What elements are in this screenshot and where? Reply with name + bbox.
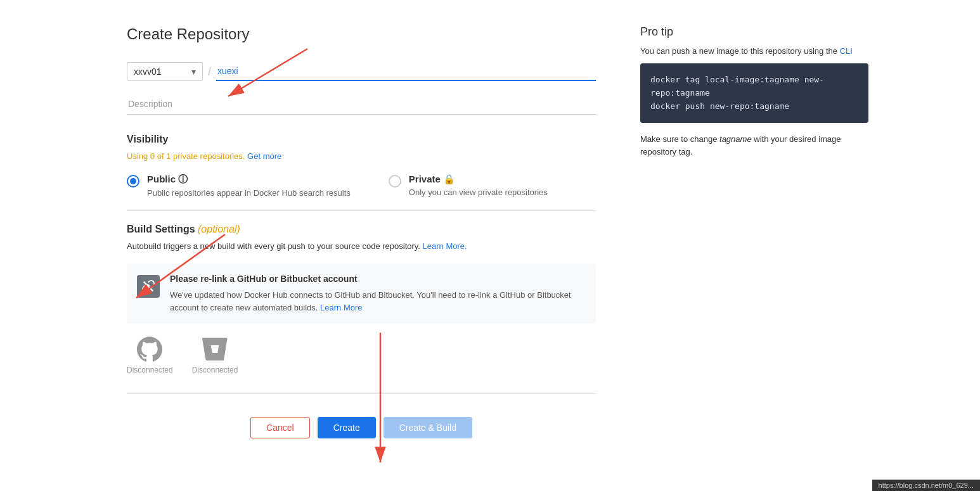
code-block: docker tag local-image:tagname new-repo:… — [640, 63, 868, 123]
bottom-divider — [127, 393, 596, 394]
namespace-value: xxvv01 — [134, 67, 162, 77]
page-title: Create Repository — [127, 25, 596, 43]
relink-title: Please re-link a GitHub or Bitbucket acc… — [170, 274, 586, 284]
cli-link[interactable]: CLI — [840, 46, 853, 56]
github-service[interactable]: Disconnected — [127, 336, 173, 374]
get-more-link[interactable]: Get more — [247, 151, 281, 161]
pro-tip-sidebar: Pro tip You can push a new image to this… — [621, 13, 887, 478]
private-label: Private 🔒 — [409, 174, 548, 185]
create-button[interactable]: Create — [318, 417, 376, 438]
private-desc: Only you can view private repositories — [409, 188, 548, 197]
public-desc: Public repositories appear in Docker Hub… — [147, 188, 351, 198]
pro-tip-title: Pro tip — [640, 25, 868, 39]
relink-content: Please re-link a GitHub or Bitbucket acc… — [170, 274, 586, 314]
divider-1 — [127, 210, 596, 211]
build-settings-section: Build Settings (optional) Autobuild trig… — [127, 224, 596, 374]
public-radio-fill — [130, 178, 136, 184]
pro-tip-desc: You can push a new image to this reposit… — [640, 46, 868, 56]
code-line-1: docker tag local-image:tagname new-repo:… — [650, 73, 858, 100]
relink-box: Please re-link a GitHub or Bitbucket acc… — [127, 264, 596, 324]
relink-learn-more-link[interactable]: Learn More — [320, 303, 362, 312]
public-radio[interactable] — [127, 175, 139, 188]
namespace-separator: / — [203, 65, 216, 79]
optional-label: (optional) — [198, 224, 240, 234]
namespace-select[interactable]: xxvv01 ▾ — [127, 62, 203, 81]
bitbucket-status: Disconnected — [192, 366, 238, 374]
visibility-title: Visibility — [127, 134, 596, 145]
action-buttons: Cancel Create Create & Build — [127, 407, 596, 449]
public-label: Public ⓘ — [147, 174, 351, 186]
repo-name-input[interactable] — [216, 62, 596, 81]
cancel-button[interactable]: Cancel — [250, 417, 310, 438]
description-input[interactable] — [127, 94, 596, 115]
private-radio[interactable] — [389, 175, 401, 188]
bitbucket-icon — [202, 336, 228, 362]
github-icon — [137, 336, 162, 362]
code-line-2: docker push new-repo:tagname — [650, 100, 858, 113]
create-and-build-button[interactable]: Create & Build — [384, 417, 472, 438]
svg-line-6 — [144, 282, 153, 291]
bitbucket-service[interactable]: Disconnected — [192, 336, 238, 374]
status-url: https://blog.csdn.net/m0_629... — [879, 481, 974, 489]
relink-desc: We've updated how Docker Hub connects to… — [170, 289, 586, 314]
connected-services: Disconnected Disconnected — [127, 336, 596, 374]
build-settings-title: Build Settings (optional) — [127, 224, 596, 235]
chevron-down-icon: ▾ — [191, 67, 196, 77]
pro-tip-note: Make sure to change tagname with your de… — [640, 133, 868, 158]
learn-more-autobuild-link[interactable]: Learn More. — [423, 241, 467, 251]
private-option[interactable]: Private 🔒 Only you can view private repo… — [389, 174, 548, 198]
visibility-note: Using 0 of 1 private repositories. Get m… — [127, 151, 596, 161]
relink-icon — [137, 275, 160, 298]
visibility-section: Visibility Using 0 of 1 private reposito… — [127, 134, 596, 198]
visibility-options: Public ⓘ Public repositories appear in D… — [127, 174, 596, 198]
autobuild-desc: Autobuild triggers a new build with ever… — [127, 241, 596, 251]
public-option[interactable]: Public ⓘ Public repositories appear in D… — [127, 174, 351, 198]
github-status: Disconnected — [127, 366, 173, 374]
status-bar: https://blog.csdn.net/m0_629... — [872, 480, 980, 491]
repo-name-row: xxvv01 ▾ / — [127, 62, 596, 81]
